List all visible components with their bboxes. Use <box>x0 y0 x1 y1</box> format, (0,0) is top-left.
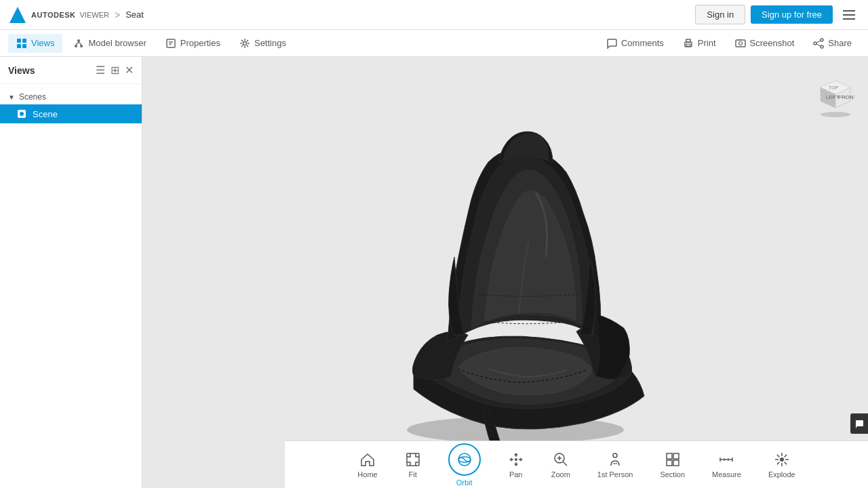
measure-icon <box>718 451 734 468</box>
svg-rect-45 <box>673 460 679 466</box>
svg-rect-43 <box>673 453 679 459</box>
home-tool[interactable]: Home <box>344 446 391 484</box>
svg-point-28 <box>821 112 850 117</box>
sign-up-button[interactable]: Sign up for free <box>751 5 833 24</box>
svg-rect-16 <box>686 44 690 46</box>
first-person-icon <box>607 451 623 468</box>
close-icon[interactable]: ✕ <box>125 64 134 77</box>
svg-point-40 <box>613 453 617 458</box>
orbit-label: Orbit <box>456 479 473 487</box>
svg-line-24 <box>816 44 821 46</box>
svg-text:FRONT: FRONT <box>838 94 854 100</box>
zoom-icon <box>553 451 569 468</box>
svg-point-21 <box>814 42 816 45</box>
svg-line-37 <box>563 462 567 466</box>
menu-line-3 <box>843 18 855 20</box>
svg-rect-2 <box>22 39 26 43</box>
share-label: Share <box>828 38 852 48</box>
scene-item-label: Scene <box>33 109 58 119</box>
scenes-chevron-icon: ▼ <box>8 94 15 101</box>
breadcrumb-separator: > <box>115 9 120 20</box>
explode-label: Explode <box>768 470 795 479</box>
menu-line-1 <box>843 10 855 12</box>
svg-point-18 <box>738 41 742 45</box>
comments-label: Comments <box>621 38 664 48</box>
scenes-label[interactable]: ▼ Scenes <box>0 89 142 104</box>
orbit-active-circle <box>448 443 481 476</box>
svg-text:LEFT: LEFT <box>826 94 840 100</box>
scenes-text: Scenes <box>19 92 46 102</box>
properties-icon <box>165 38 176 49</box>
section-tool[interactable]: Section <box>646 446 698 484</box>
comments-icon <box>606 38 617 49</box>
orbit-icon <box>456 451 473 468</box>
viewport[interactable]: LEFT FRONT TOP Home <box>142 57 868 488</box>
svg-point-35 <box>515 458 517 461</box>
settings-label: Settings <box>254 38 286 48</box>
scene-item[interactable]: Scene <box>0 104 142 123</box>
nav-cube-svg: LEFT FRONT TOP <box>807 70 854 118</box>
feedback-button[interactable] <box>850 413 868 434</box>
print-button[interactable]: Print <box>675 34 724 53</box>
pan-tool[interactable]: Pan <box>494 446 538 484</box>
nav-cube[interactable]: LEFT FRONT TOP <box>807 70 854 118</box>
svg-line-57 <box>784 462 787 464</box>
fit-icon <box>405 451 421 468</box>
toolbar-right: Comments Print Screenshot <box>598 34 860 53</box>
views-tab-label: Views <box>31 38 54 48</box>
seat-svg <box>353 125 692 450</box>
fit-label: Fit <box>409 470 417 479</box>
svg-point-5 <box>77 39 80 42</box>
zoom-label: Zoom <box>551 470 570 479</box>
zoom-tool[interactable]: Zoom <box>538 446 584 484</box>
svg-point-26 <box>20 112 24 116</box>
comments-button[interactable]: Comments <box>598 34 672 53</box>
menu-line-2 <box>843 14 855 16</box>
svg-rect-44 <box>667 460 672 466</box>
first-person-tool[interactable]: 1st Person <box>584 446 647 484</box>
sidebar-title: Views <box>8 65 35 76</box>
home-label: Home <box>357 470 377 479</box>
share-button[interactable]: Share <box>805 34 860 53</box>
hamburger-menu-button[interactable] <box>838 4 860 26</box>
list-view-icon[interactable]: ☰ <box>96 64 105 77</box>
properties-tab[interactable]: Properties <box>157 34 229 53</box>
svg-rect-1 <box>17 39 21 43</box>
views-icon <box>16 38 27 49</box>
pan-label: Pan <box>509 470 523 479</box>
svg-point-22 <box>821 45 823 48</box>
orbit-tool[interactable]: Orbit <box>435 438 494 489</box>
model-browser-tab[interactable]: Model browser <box>65 34 154 53</box>
screenshot-label: Screenshot <box>750 38 795 48</box>
print-label: Print <box>698 38 716 48</box>
svg-rect-42 <box>667 453 672 459</box>
autodesk-logo-icon <box>8 5 27 24</box>
svg-rect-15 <box>686 39 690 42</box>
svg-rect-19 <box>738 39 741 41</box>
model-browser-icon <box>73 38 84 49</box>
autodesk-logo: AUTODESK VIEWER <box>8 5 109 24</box>
screenshot-button[interactable]: Screenshot <box>727 34 803 53</box>
svg-line-59 <box>777 462 780 464</box>
top-nav: AUTODESK VIEWER > Seat Sign in Sign up f… <box>0 0 868 30</box>
grid-view-icon[interactable]: ⊞ <box>111 64 119 77</box>
svg-line-9 <box>79 42 81 45</box>
sidebar-header: Views ☰ ⊞ ✕ <box>0 57 142 84</box>
svg-rect-4 <box>22 44 26 48</box>
svg-point-51 <box>780 458 784 462</box>
svg-rect-10 <box>167 39 175 47</box>
svg-text:TOP: TOP <box>829 85 839 90</box>
views-tab[interactable]: Views <box>8 34 62 53</box>
svg-point-20 <box>821 39 823 41</box>
properties-label: Properties <box>180 38 220 48</box>
fit-tool[interactable]: Fit <box>391 446 435 484</box>
settings-tab[interactable]: Settings <box>231 34 294 53</box>
first-person-label: 1st Person <box>597 470 633 479</box>
svg-rect-17 <box>736 40 745 47</box>
svg-marker-0 <box>9 7 26 23</box>
explode-tool[interactable]: Explode <box>755 446 809 484</box>
main-toolbar: Views Model browser Properties Settings <box>0 30 868 57</box>
measure-tool[interactable]: Measure <box>698 446 755 484</box>
bottom-toolbar: Home Fit Orbit <box>285 441 868 488</box>
sign-in-button[interactable]: Sign in <box>695 5 745 24</box>
